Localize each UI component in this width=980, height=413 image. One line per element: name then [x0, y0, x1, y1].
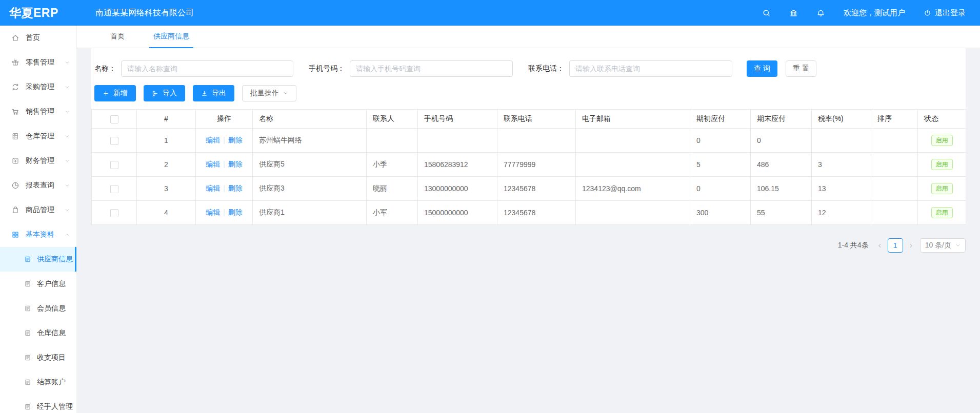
phone-filter-input[interactable]	[350, 60, 513, 77]
tax-rate: 12	[812, 201, 871, 225]
delete-link[interactable]: 删除	[228, 208, 243, 216]
page-number-button[interactable]: 1	[888, 238, 903, 253]
row-select-cell	[92, 177, 137, 201]
tel-filter-label: 联系电话：	[528, 64, 564, 73]
sort-order	[871, 153, 918, 177]
money-icon	[11, 157, 19, 165]
status-badge[interactable]: 启用	[931, 159, 953, 170]
tab-home[interactable]: 首页	[106, 32, 129, 48]
sidebar-subitem-label: 供应商信息	[37, 255, 73, 264]
sidebar-item-purchase[interactable]: 采购管理	[0, 75, 76, 99]
export-button[interactable]: 导出	[193, 85, 234, 101]
sidebar-subitem-settlement-account[interactable]: 结算账户	[0, 370, 76, 395]
import-button[interactable]: 导入	[144, 85, 185, 101]
table-column-header: 电子邮箱	[576, 110, 690, 129]
bank-icon[interactable]	[789, 9, 798, 17]
row-checkbox[interactable]	[110, 185, 118, 193]
sidebar-item-sales[interactable]: 销售管理	[0, 99, 76, 124]
sidebar-item-finance[interactable]: 财务管理	[0, 149, 76, 173]
name-filter-input[interactable]	[121, 60, 293, 77]
add-button[interactable]: 新增	[94, 85, 136, 101]
mobile-number: 15000000000	[418, 201, 497, 225]
prev-page-button[interactable]	[877, 243, 883, 249]
chevron-down-icon	[65, 85, 70, 90]
sidebar-item-label: 仓库管理	[26, 132, 54, 141]
logout-button[interactable]: 退出登录	[924, 8, 966, 18]
chevron-left-icon	[877, 243, 883, 249]
tax-rate	[812, 129, 871, 153]
bag-icon	[11, 206, 19, 214]
begin-payable: 300	[690, 201, 751, 225]
warehouse-icon	[11, 132, 19, 140]
sidebar-item-home[interactable]: 首页	[0, 26, 76, 50]
import-icon	[152, 90, 163, 97]
edit-link[interactable]: 编辑	[206, 160, 220, 168]
email	[576, 129, 690, 153]
contact-person: 晓丽	[367, 177, 418, 201]
page-size-select[interactable]: 10 条/页	[920, 238, 966, 253]
sidebar-subitem-label: 客户信息	[37, 279, 66, 288]
row-checkbox[interactable]	[110, 161, 118, 169]
sidebar-item-goods[interactable]: 商品管理	[0, 198, 76, 222]
tab-supplier-info[interactable]: 供应商信息	[149, 32, 193, 48]
action-divider: |	[223, 136, 225, 144]
sidebar-subitem-label: 结算账户	[37, 378, 66, 387]
reset-button[interactable]: 重 置	[786, 60, 816, 77]
sidebar-subitem-supplier[interactable]: 供应商信息	[0, 247, 76, 272]
filter-row: 名称： 手机号码： 联系电话： 查 询 重 置	[91, 48, 966, 85]
doc-icon	[24, 329, 31, 337]
row-index: 1	[137, 129, 196, 153]
supplier-name: 供应商3	[253, 177, 367, 201]
sidebar-item-label: 报表查询	[26, 181, 54, 190]
row-select-cell	[92, 153, 137, 177]
logout-label: 退出登录	[935, 8, 966, 18]
sidebar: 首页零售管理采购管理销售管理仓库管理财务管理报表查询商品管理基本资料供应商信息客…	[0, 26, 77, 413]
status-badge[interactable]: 启用	[931, 207, 953, 218]
content-card: 名称： 手机号码： 联系电话： 查 询 重 置	[91, 48, 966, 225]
sidebar-subitem-label: 收支项目	[37, 353, 66, 362]
edit-link[interactable]: 编辑	[206, 208, 220, 216]
sidebar-item-warehouse[interactable]: 仓库管理	[0, 124, 76, 149]
home-icon	[11, 34, 19, 42]
sidebar-subitem-handler-manage[interactable]: 经手人管理	[0, 395, 76, 413]
delete-link[interactable]: 删除	[228, 160, 243, 168]
end-payable: 55	[751, 201, 812, 225]
table-column-header: 状态	[918, 110, 966, 129]
gift-icon	[11, 58, 19, 67]
edit-link[interactable]: 编辑	[206, 136, 220, 144]
status-badge[interactable]: 启用	[931, 183, 953, 194]
sidebar-subitem-member[interactable]: 会员信息	[0, 296, 76, 321]
row-index: 2	[137, 153, 196, 177]
delete-link[interactable]: 删除	[228, 136, 243, 144]
sidebar-subitem-income-expense[interactable]: 收支项目	[0, 345, 76, 370]
sidebar-item-basic[interactable]: 基本资料	[0, 222, 76, 247]
status-cell: 启用	[918, 153, 966, 177]
edit-link[interactable]: 编辑	[206, 184, 220, 192]
next-page-button[interactable]	[908, 243, 914, 249]
chevron-right-icon	[908, 243, 914, 249]
tel-filter-input[interactable]	[569, 60, 732, 77]
sidebar-subitem-customer[interactable]: 客户信息	[0, 272, 76, 296]
delete-link[interactable]: 删除	[228, 184, 243, 192]
pagination: 1-4 共4条 1 10 条/页	[91, 238, 966, 253]
bell-icon[interactable]	[816, 9, 825, 17]
status-badge[interactable]: 启用	[931, 135, 953, 146]
select-all-checkbox[interactable]	[110, 115, 118, 123]
status-cell: 启用	[918, 129, 966, 153]
search-icon[interactable]	[762, 9, 771, 17]
sidebar-item-retail[interactable]: 零售管理	[0, 50, 76, 75]
batch-actions-dropdown[interactable]: 批量操作	[242, 85, 296, 101]
search-button[interactable]: 查 询	[747, 60, 777, 77]
sort-order	[871, 129, 918, 153]
row-actions: 编辑|删除	[196, 153, 253, 177]
tax-rate: 13	[812, 177, 871, 201]
sidebar-subitem-warehouse-info[interactable]: 仓库信息	[0, 321, 76, 345]
sidebar-item-report[interactable]: 报表查询	[0, 173, 76, 198]
row-checkbox[interactable]	[110, 209, 118, 217]
sidebar-item-label: 首页	[26, 33, 40, 43]
sidebar-item-label: 采购管理	[26, 82, 54, 92]
pagination-total: 1-4 共4条	[838, 241, 869, 250]
status-cell: 启用	[918, 201, 966, 225]
row-checkbox[interactable]	[110, 137, 118, 145]
company-name: 南通某某网络科技有限公司	[95, 8, 194, 18]
